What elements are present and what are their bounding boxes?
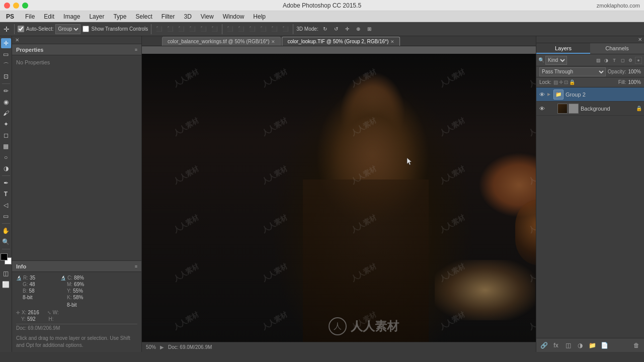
canvas-content[interactable]: 人人素材 人人素材 人人素材 人人素材 人人素材 人人素材 人人素材 人人素材 …: [142, 46, 536, 342]
filter-adjust-icon[interactable]: ◑: [603, 57, 610, 64]
tab-close-1[interactable]: ✕: [271, 39, 275, 44]
lock-pixels-icon[interactable]: ▨: [553, 79, 558, 85]
tab-close-2[interactable]: ✕: [390, 39, 394, 44]
align-top-icon[interactable]: ⬛: [188, 25, 197, 34]
menu-file[interactable]: File: [21, 12, 39, 21]
3d-slide-icon[interactable]: ⊕: [354, 25, 363, 34]
align-left-icon[interactable]: ⬛: [154, 25, 164, 34]
crop-tool[interactable]: ⊡: [1, 71, 11, 81]
menu-image[interactable]: Image: [59, 12, 84, 21]
properties-expand[interactable]: ≡: [135, 47, 137, 52]
lasso-tool[interactable]: ⌒: [1, 60, 11, 70]
align-center-v-icon[interactable]: ⬛: [199, 25, 208, 34]
new-fill-button[interactable]: ◑: [576, 341, 585, 350]
tab-color-lookup[interactable]: color_lookup.TIF @ 50% (Group 2, RGB/16*…: [282, 37, 400, 46]
layer-group2-expand[interactable]: ▶: [547, 92, 550, 97]
clone-tool[interactable]: ✦: [1, 119, 11, 129]
gradient-tool[interactable]: ▦: [1, 141, 11, 151]
layer-background[interactable]: 👁 Background 🔒: [536, 102, 644, 116]
transform-checkbox[interactable]: [83, 26, 89, 32]
distribute-2-icon[interactable]: ⬛: [236, 25, 246, 34]
tab-layers[interactable]: Layers: [536, 43, 590, 54]
pen-tool[interactable]: ✒: [1, 178, 11, 188]
distribute-6-icon[interactable]: ⬛: [281, 25, 290, 34]
move-tool[interactable]: ✛: [1, 38, 11, 48]
tab-channels[interactable]: Channels: [590, 43, 644, 54]
text-tool[interactable]: T: [1, 189, 11, 199]
blur-tool[interactable]: ○: [1, 152, 11, 162]
menu-select[interactable]: Select: [131, 12, 156, 21]
tab-color-balance[interactable]: color_balance_workings.tif @ 50% (RGB/16…: [162, 37, 281, 46]
screen-mode-tool[interactable]: ⬜: [1, 280, 11, 290]
align-right-icon[interactable]: ⬛: [177, 25, 186, 34]
canvas-area[interactable]: color_balance_workings.tif @ 50% (RGB/16…: [142, 36, 536, 352]
3d-roll-icon[interactable]: ↺: [332, 25, 341, 34]
align-center-h-icon[interactable]: ⬛: [166, 25, 175, 34]
autoselect-checkbox[interactable]: [18, 26, 24, 32]
foreground-color-swatch[interactable]: [1, 253, 8, 260]
selection-tool[interactable]: ▭: [1, 49, 11, 59]
lock-position-icon[interactable]: ✛: [559, 79, 563, 85]
eyedropper-left-icon: 🔬: [16, 276, 22, 281]
3d-pan-icon[interactable]: ✛: [343, 25, 352, 34]
new-layer-button[interactable]: 📄: [600, 341, 609, 350]
layer-bg-visibility[interactable]: 👁: [538, 105, 545, 112]
filter-smart-icon[interactable]: ⚙: [627, 57, 634, 64]
lock-all-icon[interactable]: 🔒: [569, 79, 575, 85]
layer-group2-visibility[interactable]: 👁: [538, 91, 545, 98]
distribute-1-icon[interactable]: ⬛: [225, 25, 234, 34]
lock-artboard-icon[interactable]: ⊡: [564, 79, 568, 85]
panel-close-x[interactable]: ✕: [15, 37, 19, 43]
info-wh-group: ⤡ W:: [47, 310, 60, 315]
filter-shape-icon[interactable]: ◻: [619, 57, 626, 64]
m-value: 69%: [74, 282, 84, 287]
menu-3d[interactable]: 3D: [180, 12, 195, 21]
menu-type[interactable]: Type: [109, 12, 130, 21]
filter-toggle[interactable]: ●: [635, 57, 642, 64]
spot-heal-tool[interactable]: ◉: [1, 97, 11, 107]
window-controls[interactable]: [4, 3, 28, 9]
autoselect-select[interactable]: Group Layer: [55, 24, 80, 34]
main-layout: ✛ ▭ ⌒ ⊡ ✏ ◉ 🖌 ✦ ◻ ▦ ○ ◑ ✒ T ◁ ▭ ✋ 🔍 ◫ ⬜ …: [0, 36, 644, 352]
menu-filter[interactable]: Filter: [157, 12, 179, 21]
distribute-4-icon[interactable]: ⬛: [259, 25, 268, 34]
info-expand[interactable]: ≡: [135, 264, 137, 269]
close-button[interactable]: [4, 3, 10, 9]
menu-layer[interactable]: Layer: [85, 12, 108, 21]
hand-tool[interactable]: ✋: [1, 226, 11, 236]
distribute-5-icon[interactable]: ⬛: [270, 25, 279, 34]
3d-scale-icon[interactable]: ⊞: [365, 25, 374, 34]
eraser-tool[interactable]: ◻: [1, 130, 11, 140]
menu-window[interactable]: Window: [219, 12, 249, 21]
kind-select[interactable]: Kind: [545, 56, 567, 65]
maximize-button[interactable]: [22, 3, 28, 9]
layer-group2[interactable]: 👁 ▶ 📁 Group 2: [536, 87, 644, 102]
dodge-tool[interactable]: ◑: [1, 163, 11, 173]
move-tool-icon[interactable]: ✛: [2, 25, 11, 34]
blend-mode-select[interactable]: Pass Through Normal Multiply: [539, 67, 606, 76]
align-bottom-icon[interactable]: ⬛: [210, 25, 219, 34]
menu-view[interactable]: View: [197, 12, 218, 21]
bottom-arrow[interactable]: ▶: [160, 344, 164, 350]
filter-pixel-icon[interactable]: ▨: [595, 57, 602, 64]
eyedropper-tool[interactable]: ✏: [1, 86, 11, 96]
link-layers-button[interactable]: 🔗: [539, 341, 548, 350]
brush-tool[interactable]: 🖌: [1, 108, 11, 118]
new-group-button[interactable]: 📁: [588, 341, 597, 350]
app-menu[interactable]: PS: [2, 12, 18, 21]
layer-fx-button[interactable]: fx: [551, 341, 560, 350]
eyedropper-right-icon: 🔬: [60, 276, 66, 281]
menu-help[interactable]: Help: [249, 12, 270, 21]
3d-rotate-icon[interactable]: ↻: [320, 25, 330, 34]
path-select-tool[interactable]: ◁: [1, 200, 11, 210]
quick-mask-tool[interactable]: ◫: [1, 268, 11, 279]
layer-mask-button[interactable]: ◫: [564, 341, 573, 350]
minimize-button[interactable]: [13, 3, 19, 9]
delete-layer-button[interactable]: 🗑: [632, 341, 641, 350]
distribute-3-icon[interactable]: ⬛: [248, 25, 257, 34]
menu-edit[interactable]: Edit: [40, 12, 58, 21]
shape-tool[interactable]: ▭: [1, 211, 11, 221]
right-panel-close[interactable]: ✕: [638, 37, 642, 42]
filter-type-icon[interactable]: T: [611, 57, 618, 64]
zoom-tool[interactable]: 🔍: [1, 237, 11, 247]
